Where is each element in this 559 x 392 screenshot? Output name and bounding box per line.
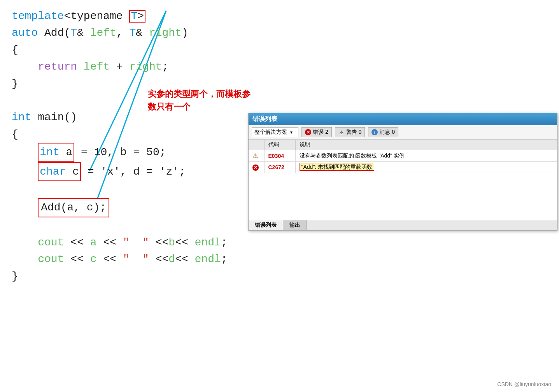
row-code-cell: E0304 [264, 150, 295, 162]
table-row[interactable]: ⚠ E0304 没有与参数列表匹配的 函数模板 "Add" 实例 [249, 150, 557, 162]
param-left: left [90, 24, 116, 41]
add-call-highlight: Add(a, c); [38, 198, 109, 217]
table-header-row: 代码 说明 [249, 140, 557, 150]
error-panel-toolbar: 整个解决方案 ▼ ✕ 错误 2 ⚠ 警告 0 i 消息 0 [249, 125, 557, 140]
indent [12, 199, 38, 216]
int-a-highlight: int a [38, 143, 74, 162]
code-line-5: } [12, 75, 547, 92]
keyword-int-a: int [40, 146, 59, 158]
error-icon: ✕ [305, 129, 311, 135]
code-text: ) [182, 24, 188, 41]
keyword-return: return [38, 58, 77, 75]
cout-1: cout [38, 234, 64, 251]
warning-triangle-icon: ⚠ [252, 152, 258, 159]
row-icon-cell: ⚠ [249, 150, 264, 162]
code-text: Add( [38, 24, 70, 41]
code-text: & [77, 24, 90, 41]
endl-2: endl [195, 251, 221, 268]
code-text: , [116, 24, 130, 41]
code-line-16: } [12, 268, 547, 285]
brace-open: { [12, 42, 18, 58]
annotation-text: 实参的类型两个，而模板参数只有一个 [148, 88, 251, 113]
brace-open-main: { [12, 126, 18, 143]
code-line-15: cout << c << " " <<d<< endl; [12, 251, 547, 268]
watermark: CSDN @liuyunluoxiao [497, 381, 551, 387]
error-count-badge[interactable]: ✕ 错误 2 [301, 127, 332, 137]
tab-error-list[interactable]: 错误列表 [249, 220, 283, 230]
code-text: = 10, b = 50; [74, 144, 166, 161]
error-panel-title: 错误列表 [249, 113, 557, 125]
error-table: 代码 说明 ⚠ E0304 没有与参数列表匹配的 函数模板 "Add" 实例 [249, 140, 557, 173]
code-text: << [149, 251, 168, 268]
code-text: <typename [64, 8, 129, 24]
code-text: << [149, 234, 168, 251]
code-text: << [96, 234, 123, 251]
code-text: << [64, 251, 90, 268]
code-text: + [110, 58, 129, 75]
error-panel[interactable]: 错误列表 整个解决方案 ▼ ✕ 错误 2 ⚠ 警告 0 i 消息 0 代码 [248, 113, 557, 231]
code-line-4: return left + right; [12, 58, 547, 75]
solution-dropdown[interactable]: 整个解决方案 ▼ [252, 127, 298, 137]
code-text: ; [221, 251, 228, 268]
keyword-auto: auto [12, 24, 38, 41]
brace-close: } [12, 75, 18, 92]
chevron-down-icon: ▼ [289, 130, 293, 135]
code-text: << [64, 234, 90, 251]
tab-output[interactable]: 输出 [283, 220, 307, 230]
info-icon: i [371, 129, 378, 135]
code-line-14: cout << a << " " <<b<< endl; [12, 234, 547, 251]
keyword-char: char [40, 166, 66, 178]
code-text: ; [162, 58, 169, 75]
brace-close-main: } [12, 268, 18, 285]
keyword-T: T [131, 10, 137, 22]
endl-1: endl [195, 234, 221, 251]
code-line-blank1 [12, 92, 547, 109]
param-right: right [149, 24, 182, 41]
type-T-right: T [129, 24, 136, 41]
var-left: left [84, 58, 110, 75]
code-text: a [60, 146, 73, 158]
indent [12, 144, 38, 161]
code-text: c [66, 166, 79, 178]
var-a: a [90, 234, 97, 251]
code-add-call: Add(a, c); [41, 201, 106, 214]
col-icon [249, 140, 264, 150]
error-panel-footer: 错误列表 输出 [249, 220, 557, 230]
t-highlight: T> [129, 10, 145, 23]
var-right: right [130, 58, 162, 75]
code-text [77, 58, 84, 75]
code-text: main() [31, 109, 77, 126]
table-row[interactable]: ✕ C2672 "Add": 未找到匹配的重载函数 [249, 162, 557, 173]
warning-count-badge[interactable]: ⚠ 警告 0 [335, 127, 365, 137]
angle-close: > [137, 10, 144, 22]
desc-highlighted-text: "Add": 未找到匹配的重载函数 [300, 163, 375, 171]
code-line-2: auto Add(T& left, T& right) [12, 24, 547, 41]
code-text: << [175, 251, 195, 268]
error-table-container: 代码 说明 ⚠ E0304 没有与参数列表匹配的 函数模板 "Add" 实例 [249, 140, 557, 220]
info-count-badge[interactable]: i 消息 0 [368, 127, 398, 137]
row-icon-cell-2: ✕ [249, 162, 264, 173]
code-text: & [136, 24, 149, 41]
error-circle-icon: ✕ [252, 164, 259, 171]
empty-table-space [249, 173, 557, 220]
indent [12, 163, 38, 180]
var-b: b [168, 234, 175, 251]
cout-2: cout [38, 251, 64, 268]
string-2: " " [123, 251, 149, 268]
code-line-3: { [12, 42, 547, 58]
code-text: << [175, 234, 195, 251]
code-text: = 'x', d = 'z'; [81, 163, 186, 180]
var-c: c [90, 251, 97, 268]
indent [12, 251, 38, 268]
warning-icon: ⚠ [338, 129, 345, 135]
code-text: ; [221, 234, 228, 251]
error-code-c2672: C2672 [268, 164, 284, 170]
row-desc-cell: 没有与参数列表匹配的 函数模板 "Add" 实例 [295, 150, 557, 162]
row-code-cell-2: C2672 [264, 162, 295, 173]
char-c-highlight: char c [38, 162, 81, 181]
keyword-int-main: int [12, 109, 31, 126]
col-description: 说明 [295, 140, 557, 150]
var-d: d [168, 251, 175, 268]
error-code-e0304: E0304 [268, 153, 284, 159]
col-code: 代码 [264, 140, 295, 150]
